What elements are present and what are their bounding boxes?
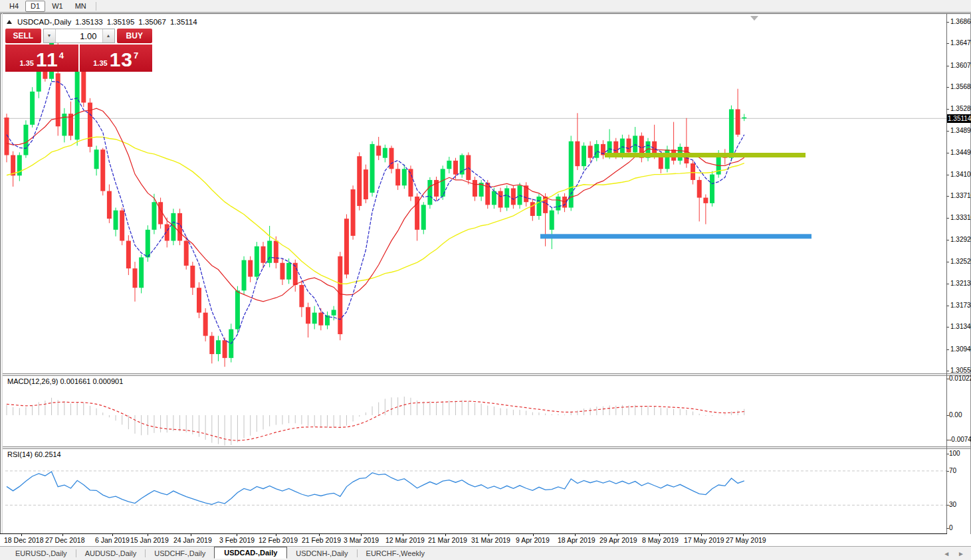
indicator-axis-label: 0.010229: [949, 375, 971, 382]
indicator-axis-tick: [946, 471, 949, 472]
price-axis-border: [946, 14, 947, 534]
sell-price-pip: 4: [59, 50, 64, 60]
current-price-tag: 1.35114: [947, 114, 971, 123]
date-label: 27 May 2019: [726, 536, 766, 544]
date-tick: [533, 533, 534, 536]
date-tick: [62, 533, 63, 536]
price-axis-label: 1.33310: [950, 214, 971, 221]
price-axis-tick: [946, 43, 949, 44]
volume-decrease-button[interactable]: ▼: [44, 29, 56, 43]
sell-price-prefix: 1.35: [20, 59, 34, 67]
chart-shift-marker-icon[interactable]: [750, 16, 758, 21]
price-axis-tick: [946, 349, 949, 350]
date-tick: [276, 533, 276, 536]
date-tick: [112, 533, 113, 536]
date-label: 27 Dec 2018: [45, 536, 85, 544]
date-label: 29 Apr 2019: [599, 536, 637, 544]
ohlc-close: 1.35114: [170, 18, 197, 26]
date-axis[interactable]: 18 Dec 201827 Dec 20186 Jan 201915 Jan 2…: [0, 534, 971, 546]
sell-price-big: 11: [36, 50, 58, 70]
indicator-axis-tick: [946, 505, 949, 506]
date-label: 12 Feb 2019: [259, 536, 298, 544]
tab-audusd-daily[interactable]: AUDUSD-,Daily: [76, 548, 146, 559]
date-tick: [361, 533, 362, 536]
tab-usdcnh-daily[interactable]: USDCNH-,Daily: [287, 548, 356, 559]
price-axis-tick: [946, 66, 949, 66]
volume-input[interactable]: [56, 29, 102, 43]
chart-title: USDCAD-,Daily 1.35133 1.35195 1.35067 1.…: [7, 18, 197, 26]
tab-usdchf-daily[interactable]: USDCHF-,Daily: [146, 548, 214, 559]
buy-quote-button[interactable]: 1.35 13 7: [80, 45, 153, 72]
tab-eurchf-weekly[interactable]: EURCHF-,Weekly: [358, 548, 433, 559]
indicator-axis-label: -0.00747: [949, 436, 971, 443]
tab-usdcad-daily[interactable]: USDCAD-,Daily: [214, 547, 287, 559]
collapse-triangle-icon[interactable]: [7, 20, 12, 24]
price-axis-label: 1.36070: [950, 62, 971, 69]
price-axis-tick: [946, 22, 949, 23]
sell-button[interactable]: SELL: [5, 29, 41, 43]
macd-signal-value: 0.000901: [92, 377, 123, 385]
price-axis-label: 1.30940: [950, 345, 971, 353]
main-chart-canvas[interactable]: [0, 0, 971, 560]
date-tick: [743, 533, 744, 536]
price-axis-tick: [946, 87, 949, 88]
price-axis-tick: [946, 131, 949, 132]
indicator-axis-label: 100: [949, 450, 960, 457]
rsi-value: 60.2514: [35, 450, 61, 458]
indicator-axis-tick: [946, 528, 949, 529]
date-label: 21 Feb 2019: [302, 536, 341, 544]
volume-increase-button[interactable]: ▲: [102, 29, 114, 43]
buy-price-prefix: 1.35: [93, 59, 107, 67]
volume-spinner: ▼ ▲: [43, 29, 115, 43]
price-axis-tick: [946, 218, 949, 219]
date-tick: [575, 533, 576, 536]
price-axis-tick: [946, 262, 949, 262]
date-label: 12 Mar 2019: [385, 536, 425, 544]
ohlc-low: 1.35067: [138, 18, 166, 26]
tab-eurusd-daily[interactable]: EURUSD-,Daily: [7, 548, 76, 559]
rsi-pane-separator[interactable]: [3, 446, 970, 449]
sell-quote-button[interactable]: 1.35 11 4: [5, 45, 78, 72]
date-label: 17 May 2019: [684, 536, 724, 544]
price-axis-tick: [946, 327, 949, 327]
date-label: 3 Mar 2019: [344, 536, 379, 544]
price-axis-label: 1.36860: [950, 18, 971, 25]
date-label: 18 Apr 2019: [558, 536, 595, 544]
buy-button[interactable]: BUY: [117, 29, 153, 43]
tab-scroll-left-icon[interactable]: ◄: [943, 550, 950, 557]
ohlc-open: 1.35133: [75, 18, 103, 26]
buy-price-big: 13: [110, 50, 133, 70]
price-axis-label: 1.36470: [950, 39, 971, 47]
indicator-axis-label: 0: [949, 524, 953, 531]
tab-scroll-right-icon[interactable]: ►: [958, 550, 964, 557]
date-tick: [21, 533, 22, 536]
symbol-tab-bar: EURUSD-,DailyAUDUSD-,DailyUSDCHF-,DailyU…: [0, 546, 971, 560]
indicator-axis-tick: [946, 440, 949, 440]
rsi-indicator-label: RSI(14) 60.2514: [7, 450, 61, 458]
date-label: 21 Mar 2019: [428, 536, 467, 544]
date-tick: [659, 533, 660, 536]
date-tick: [617, 533, 617, 536]
date-label: 6 Jan 2019: [95, 536, 130, 544]
date-tick: [148, 533, 148, 536]
price-axis-label: 1.32130: [950, 280, 971, 287]
price-axis-label: 1.34490: [950, 149, 971, 156]
price-axis-tick: [946, 153, 949, 153]
price-axis-label: 1.31340: [950, 323, 971, 330]
ohlc-high: 1.35195: [107, 18, 135, 26]
date-tick: [237, 533, 237, 536]
macd-name: MACD(12,26,9): [7, 377, 58, 385]
indicator-axis-tick: [946, 454, 949, 454]
date-label: 15 Jan 2019: [130, 536, 169, 544]
macd-pane-separator[interactable]: [3, 373, 970, 376]
date-tick: [701, 533, 702, 536]
date-label: 3 Feb 2019: [219, 536, 255, 544]
date-label: 24 Jan 2019: [173, 536, 212, 544]
price-axis-label: 1.31730: [950, 302, 971, 309]
price-axis-tick: [946, 240, 949, 240]
price-axis-tick: [946, 306, 949, 306]
date-tick: [445, 533, 446, 536]
price-axis-label: 1.35280: [950, 105, 971, 112]
indicator-axis-label: 70: [949, 467, 956, 474]
macd-main-value: 0.001661: [60, 377, 90, 385]
